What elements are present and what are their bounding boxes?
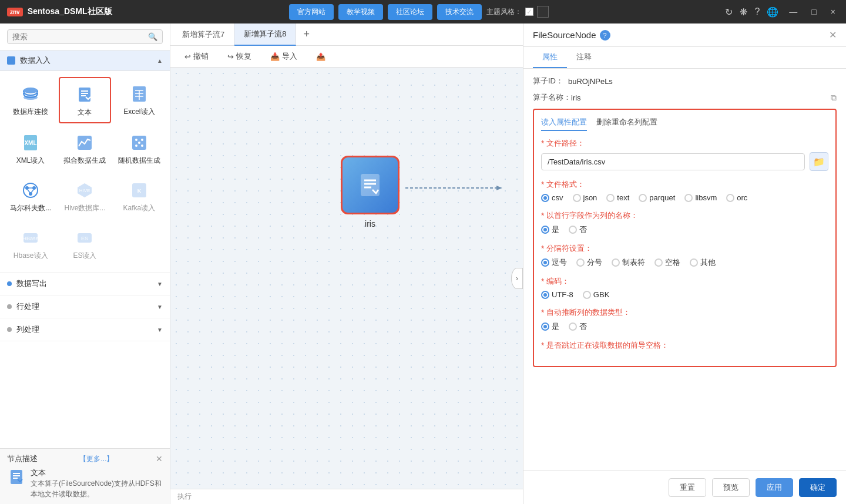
desc-panel: 节点描述 【更多...】 ✕ 文本 文本算子(FileSourceNode)支持… — [0, 448, 170, 504]
maximize-button[interactable]: □ — [808, 6, 820, 18]
nav-tech-btn[interactable]: 技术交流 — [437, 4, 482, 20]
format-parquet[interactable]: parquet — [639, 193, 675, 202]
delimiter-semicolon[interactable]: 分号 — [576, 257, 602, 268]
category-data-output[interactable]: 数据写出 ▼ — [0, 273, 170, 295]
node-db-connect[interactable]: 数据库连接 — [5, 77, 56, 123]
delimiter-space-radio[interactable] — [654, 258, 663, 267]
search-box[interactable]: 🔍 — [7, 29, 163, 44]
help-icon[interactable]: ? — [754, 6, 760, 17]
desc-close-icon[interactable]: ✕ — [156, 454, 163, 463]
header-yes-radio[interactable] — [541, 226, 549, 234]
format-csv-radio[interactable] — [541, 194, 549, 202]
close-button[interactable]: × — [827, 6, 839, 18]
nav-tutorial-btn[interactable]: 教学视频 — [338, 4, 383, 20]
format-libsvm-radio[interactable] — [684, 194, 693, 202]
theme-check-icon[interactable]: ✓ — [525, 8, 533, 16]
format-text-radio[interactable] — [606, 194, 615, 202]
node-hbase[interactable]: HBase Hbase读入 — [5, 221, 56, 266]
preview-button[interactable]: 预览 — [712, 478, 750, 497]
config-tab-read[interactable]: 读入属性配置 — [541, 117, 587, 131]
confirm-button[interactable]: 确定 — [799, 478, 837, 497]
header-yes[interactable]: 是 — [541, 224, 559, 235]
encoding-gbk[interactable]: GBK — [583, 290, 609, 299]
node-random-data[interactable]: 随机数据生成 — [113, 126, 165, 171]
format-csv[interactable]: csv — [541, 193, 563, 202]
encoding-utf8[interactable]: UTF-8 — [541, 290, 573, 299]
config-section: 读入属性配置 删除重命名列配置 * 文件路径： 📁 — [533, 109, 837, 367]
header-no-radio[interactable] — [569, 226, 577, 234]
infer-no-radio[interactable] — [569, 322, 577, 331]
search-input[interactable] — [12, 32, 148, 41]
theme-dark-icon[interactable] — [537, 6, 549, 18]
node-excel[interactable]: Excel读入 — [113, 77, 165, 123]
infer-no[interactable]: 否 — [569, 321, 587, 332]
delimiter-other-radio[interactable] — [690, 258, 698, 267]
node-es[interactable]: ES ES读入 — [59, 221, 110, 266]
delimiter-space[interactable]: 空格 — [654, 257, 680, 268]
folder-browse-button[interactable]: 📁 — [810, 152, 828, 171]
node-kafka[interactable]: K Kafka读入 — [113, 173, 165, 219]
canvas[interactable]: iris — [170, 68, 523, 489]
panel-tab-properties[interactable]: 属性 — [533, 47, 567, 68]
desc-more-link[interactable]: 【更多...】 — [79, 454, 113, 464]
format-json-radio[interactable] — [573, 194, 581, 202]
category-row-process[interactable]: 行处理 ▼ — [0, 295, 170, 318]
undo-button[interactable]: ↩ 撤销 — [180, 49, 213, 63]
format-orc[interactable]: orc — [726, 193, 747, 202]
panel-help-icon[interactable]: ? — [600, 30, 610, 41]
node-hive[interactable]: HIVE Hive数据库... — [59, 173, 110, 219]
panel-close-button[interactable]: ✕ — [829, 29, 837, 41]
delimiter-comma[interactable]: 逗号 — [541, 257, 567, 268]
format-json[interactable]: json — [573, 193, 597, 202]
node-es-icon: ES — [73, 226, 96, 250]
tab-add-button[interactable]: + — [296, 28, 317, 41]
svg-text:K: K — [137, 188, 142, 194]
apply-button[interactable]: 应用 — [756, 478, 793, 497]
infer-yes-radio[interactable] — [541, 322, 549, 331]
format-orc-radio[interactable] — [726, 194, 734, 202]
config-tab-delete[interactable]: 删除重命名列配置 — [596, 117, 657, 131]
iris-node-box[interactable] — [341, 156, 400, 214]
export-button[interactable]: 📤 — [311, 51, 330, 63]
node-xml[interactable]: XML XML读入 — [5, 126, 56, 171]
infer-yes[interactable]: 是 — [541, 321, 559, 332]
delimiter-comma-radio[interactable] — [541, 258, 549, 267]
redo-button[interactable]: ↪ 恢复 — [223, 49, 256, 63]
tab-flow7[interactable]: 新增算子流7 — [173, 23, 234, 46]
config-filepath-input[interactable] — [541, 153, 805, 170]
panel-tabs: 属性 注释 — [523, 47, 846, 69]
config-format-label: * 文件格式： — [541, 179, 828, 190]
delimiter-tab-radio[interactable] — [612, 258, 620, 267]
node-random-data-icon — [127, 131, 151, 154]
import-button[interactable]: 📥 导入 — [266, 49, 302, 63]
encoding-utf8-radio[interactable] — [541, 291, 549, 299]
delimiter-semicolon-radio[interactable] — [576, 258, 585, 267]
header-no[interactable]: 否 — [569, 224, 587, 235]
canvas-node-iris[interactable]: iris — [341, 156, 400, 229]
category-data-input[interactable]: 数据入入 ▲ — [0, 51, 170, 71]
format-libsvm[interactable]: libsvm — [684, 193, 717, 202]
canvas-expand-button[interactable]: › — [511, 268, 523, 289]
encoding-gbk-radio[interactable] — [583, 291, 591, 299]
tab-flow8[interactable]: 新增算子流8 — [234, 23, 296, 46]
category-col-process[interactable]: 列处理 ▼ — [0, 318, 170, 341]
share-icon[interactable]: ❋ — [740, 6, 747, 18]
globe-icon[interactable]: 🌐 — [767, 6, 778, 18]
reset-button[interactable]: 重置 — [669, 478, 706, 497]
format-text[interactable]: text — [606, 193, 629, 202]
delimiter-tab[interactable]: 制表符 — [612, 257, 645, 268]
canvas-node-sample[interactable]: 样本分区 — [517, 144, 523, 222]
panel-tab-notes[interactable]: 注释 — [567, 47, 601, 68]
minimize-button[interactable]: — — [785, 6, 801, 18]
nav-community-btn[interactable]: 社区论坛 — [388, 4, 432, 20]
config-field-encoding: * 编码： UTF-8 GBK — [541, 276, 828, 299]
field-name-copy-icon[interactable]: ⧉ — [831, 93, 837, 103]
refresh-icon[interactable]: ↻ — [725, 6, 733, 18]
node-blend-data[interactable]: 拟合数据生成 — [59, 126, 110, 171]
config-filepath-input-row: 📁 — [541, 152, 828, 171]
delimiter-other[interactable]: 其他 — [690, 257, 716, 268]
node-markov[interactable]: 马尔科夫数... — [5, 173, 56, 219]
format-parquet-radio[interactable] — [639, 194, 647, 202]
node-text[interactable]: 文本 — [59, 77, 110, 123]
nav-official-btn[interactable]: 官方网站 — [289, 4, 334, 20]
